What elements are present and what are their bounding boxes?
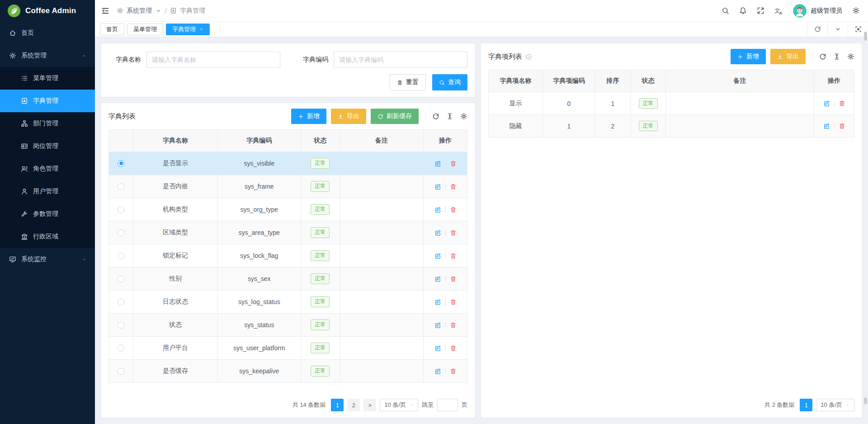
edit-icon[interactable]: [434, 206, 441, 213]
delete-icon[interactable]: [450, 160, 457, 167]
reload-table-icon[interactable]: [432, 113, 439, 120]
info-icon[interactable]: [525, 53, 532, 60]
edit-icon[interactable]: [823, 100, 830, 107]
delete-icon[interactable]: [450, 229, 457, 236]
dict-code-input[interactable]: [334, 52, 467, 68]
page-button[interactable]: 1: [800, 399, 812, 411]
radio-button[interactable]: [118, 368, 124, 375]
search-icon[interactable]: [722, 7, 729, 14]
scrollbar-thumb[interactable]: [864, 32, 867, 41]
edit-icon[interactable]: [434, 299, 441, 305]
language-translate-icon[interactable]: 文A: [774, 6, 783, 15]
sidebar-item[interactable]: 菜单管理: [0, 67, 95, 90]
reload-table-icon[interactable]: [819, 53, 826, 60]
radio-button[interactable]: [118, 183, 124, 190]
edit-icon[interactable]: [434, 160, 441, 167]
sidebar-item[interactable]: 行政区域: [0, 225, 95, 248]
table-row[interactable]: 是否显示 sys_visible 正常: [109, 152, 467, 175]
breadcrumb-section[interactable]: 系统管理: [127, 7, 152, 15]
sidebar-item[interactable]: 参数管理: [0, 203, 95, 225]
row-radio-cell[interactable]: [109, 175, 133, 198]
table-row[interactable]: 是否缓存 sys_keepalive 正常: [109, 360, 467, 383]
tab[interactable]: 字典管理: [166, 24, 210, 35]
table-row[interactable]: 日志状态 sys_log_status 正常: [109, 291, 467, 314]
tab-close-icon[interactable]: [199, 27, 203, 31]
radio-button[interactable]: [118, 252, 124, 259]
radio-button[interactable]: [118, 322, 124, 329]
delete-icon[interactable]: [450, 276, 457, 282]
column-settings-icon[interactable]: [460, 113, 467, 120]
export-dict-items-button[interactable]: 导出: [770, 49, 806, 64]
settings-gear-icon[interactable]: [852, 7, 860, 14]
page-size-select[interactable]: 10 条/页: [816, 399, 854, 411]
row-radio-cell[interactable]: [109, 314, 133, 336]
table-row[interactable]: 隐藏 1 2 正常: [489, 115, 854, 138]
radio-button[interactable]: [118, 345, 124, 352]
add-dict-button[interactable]: 新增: [291, 109, 326, 124]
delete-icon[interactable]: [450, 252, 457, 259]
row-radio-cell[interactable]: [109, 337, 133, 359]
add-dict-item-button[interactable]: 新增: [731, 49, 766, 64]
refresh-cache-button[interactable]: 刷新缓存: [371, 109, 419, 124]
table-row[interactable]: 状态 sys_status 正常: [109, 314, 467, 337]
export-dict-button[interactable]: 导出: [331, 109, 366, 124]
edit-icon[interactable]: [823, 123, 830, 129]
sidebar-item[interactable]: 用户管理: [0, 180, 95, 203]
notification-bell-icon[interactable]: [739, 7, 747, 14]
reset-button[interactable]: 重置: [390, 74, 426, 91]
delete-icon[interactable]: [450, 299, 457, 305]
delete-icon[interactable]: [839, 123, 845, 129]
table-row[interactable]: 显示 0 1 正常: [489, 92, 854, 115]
dict-name-input[interactable]: [146, 52, 280, 68]
column-settings-icon[interactable]: [847, 53, 854, 60]
row-radio-cell[interactable]: [109, 244, 133, 267]
table-row[interactable]: 用户平台 sys_user_platform 正常: [109, 337, 467, 360]
row-height-icon[interactable]: [833, 53, 840, 60]
delete-icon[interactable]: [450, 206, 457, 213]
page-button[interactable]: >: [363, 399, 376, 411]
table-row[interactable]: 机构类型 sys_org_type 正常: [109, 198, 467, 221]
tab[interactable]: 首页: [100, 24, 124, 35]
table-row[interactable]: 区域类型 sys_area_type 正常: [109, 221, 467, 244]
radio-button[interactable]: [118, 206, 124, 213]
radio-button[interactable]: [118, 160, 124, 167]
delete-icon[interactable]: [450, 322, 457, 329]
table-row[interactable]: 是否内嵌 sys_frame 正常: [109, 175, 467, 198]
jump-page-input[interactable]: [437, 399, 458, 411]
row-radio-cell[interactable]: [109, 267, 133, 290]
edit-icon[interactable]: [434, 229, 441, 236]
table-row[interactable]: 性别 sys_sex 正常: [109, 267, 467, 291]
sidebar-item[interactable]: 首页: [0, 22, 95, 44]
edit-icon[interactable]: [434, 276, 441, 282]
sidebar-item[interactable]: 系统管理: [0, 44, 95, 67]
page-size-select[interactable]: 10 条/页: [380, 399, 418, 411]
edit-icon[interactable]: [434, 322, 441, 329]
refresh-tab-button[interactable]: [807, 22, 827, 37]
sidebar-item[interactable]: 角色管理: [0, 157, 95, 180]
sidebar-item[interactable]: 字典管理: [0, 90, 95, 112]
tab-options-button[interactable]: [827, 22, 848, 37]
row-radio-cell[interactable]: [109, 152, 133, 175]
edit-icon[interactable]: [434, 183, 441, 190]
edit-icon[interactable]: [434, 368, 441, 375]
edit-icon[interactable]: [434, 345, 441, 352]
sidebar-item[interactable]: 部门管理: [0, 112, 95, 135]
edit-icon[interactable]: [434, 252, 441, 259]
delete-icon[interactable]: [450, 183, 457, 190]
user-menu[interactable]: 超级管理员: [793, 4, 842, 18]
row-radio-cell[interactable]: [109, 198, 133, 221]
page-button[interactable]: 1: [331, 399, 344, 411]
page-button[interactable]: 2: [347, 399, 360, 411]
radio-button[interactable]: [118, 299, 124, 305]
sidebar-collapse-icon[interactable]: [101, 7, 109, 15]
fullscreen-icon[interactable]: [757, 7, 764, 14]
sidebar-item[interactable]: 系统监控: [0, 248, 95, 271]
row-radio-cell[interactable]: [109, 291, 133, 313]
tab[interactable]: 菜单管理: [127, 24, 163, 35]
search-button[interactable]: 查询: [432, 74, 467, 91]
delete-icon[interactable]: [450, 345, 457, 352]
scrollbar-button[interactable]: [864, 398, 867, 404]
delete-icon[interactable]: [839, 100, 845, 107]
table-row[interactable]: 锁定标记 sys_lock_flag 正常: [109, 244, 467, 267]
radio-button[interactable]: [118, 229, 124, 236]
